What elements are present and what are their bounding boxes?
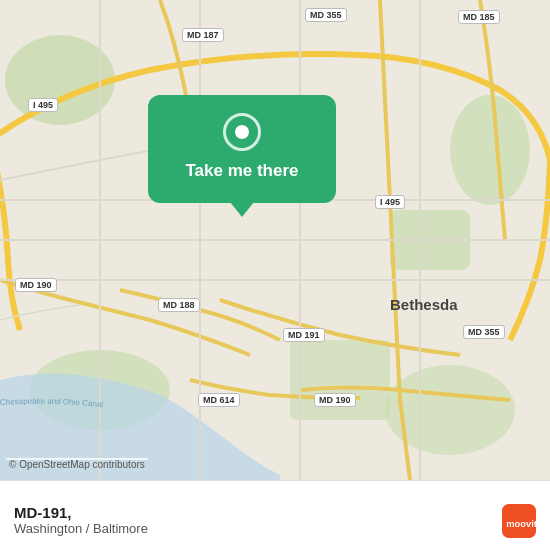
road-label-md190-right: MD 190 — [314, 393, 356, 407]
road-label-md614: MD 614 — [198, 393, 240, 407]
road-name: MD-191, — [14, 504, 148, 521]
road-label-md191: MD 191 — [283, 328, 325, 342]
map-attribution: © OpenStreetMap contributors — [6, 458, 148, 460]
road-label-md185: MD 185 — [458, 10, 500, 24]
moovit-logo: moovit — [502, 504, 536, 538]
road-label-md190-left: MD 190 — [15, 278, 57, 292]
location-pin-dot — [235, 125, 249, 139]
map-area[interactable]: Chesapeake and Ohio Canal Bethesda I 495… — [0, 0, 550, 480]
popup-label: Take me there — [185, 161, 298, 181]
road-label-md187: MD 187 — [182, 28, 224, 42]
moovit-icon: moovit — [502, 504, 536, 538]
location-pin-ring — [223, 113, 261, 151]
app-container: Chesapeake and Ohio Canal Bethesda I 495… — [0, 0, 550, 550]
svg-text:moovit: moovit — [506, 519, 536, 529]
bottom-info: MD-191, Washington / Baltimore — [14, 504, 148, 536]
take-me-there-popup[interactable]: Take me there — [148, 95, 336, 203]
city-name: Washington / Baltimore — [14, 521, 148, 536]
svg-rect-5 — [290, 340, 390, 420]
road-label-i495-right: I 495 — [375, 195, 405, 209]
road-label-md188: MD 188 — [158, 298, 200, 312]
road-label-md355-bottom: MD 355 — [463, 325, 505, 339]
map-svg: Chesapeake and Ohio Canal Bethesda — [0, 0, 550, 480]
svg-point-2 — [450, 95, 530, 205]
road-label-i495-left: I 495 — [28, 98, 58, 112]
bottom-bar: MD-191, Washington / Baltimore moovit — [0, 480, 550, 550]
svg-text:Bethesda: Bethesda — [390, 296, 458, 313]
svg-point-1 — [5, 35, 115, 125]
road-label-md355-top: MD 355 — [305, 8, 347, 22]
